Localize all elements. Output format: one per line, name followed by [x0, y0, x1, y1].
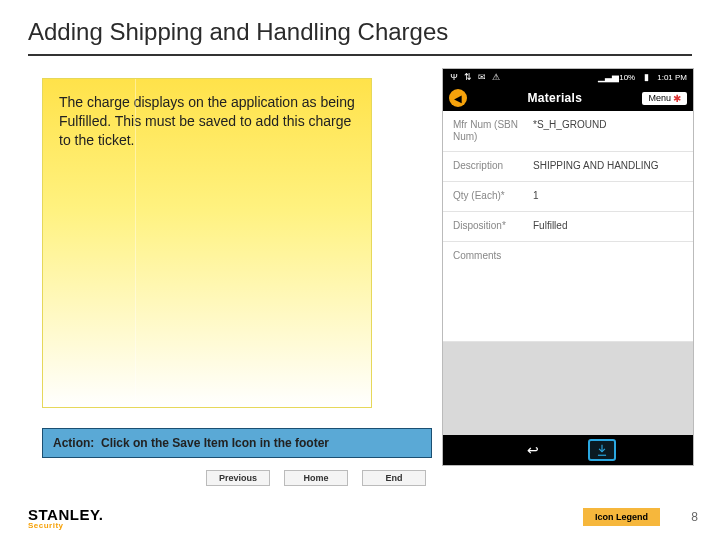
row-value: SHIPPING AND HANDLING: [533, 160, 683, 171]
arrows-icon: ⇅: [463, 72, 473, 82]
row-label: Mfr Num (SBN Num): [453, 119, 525, 143]
previous-button[interactable]: Previous: [206, 470, 270, 486]
row-value: Fulfilled: [533, 220, 683, 231]
menu-label: Menu: [648, 93, 671, 103]
title-rule: [28, 54, 692, 56]
gear-icon: ✱: [673, 93, 681, 104]
menu-button[interactable]: Menu ✱: [642, 92, 687, 105]
save-item-icon[interactable]: [588, 439, 616, 461]
note-divider: [135, 79, 136, 407]
phone-footer: ↩: [443, 435, 693, 465]
row-label: Description: [453, 160, 525, 172]
back-icon[interactable]: ◀: [449, 89, 467, 107]
battery-text: 10%: [619, 73, 635, 82]
action-box: Action: Click on the Save Item Icon in t…: [42, 428, 432, 458]
row-value: *S_H_GROUND: [533, 119, 683, 130]
warning-icon: ⚠: [491, 72, 501, 82]
page-number: 8: [691, 510, 698, 524]
note-text: The charge displays on the application a…: [59, 94, 355, 148]
phone-mock: Ψ ⇅ ✉ ⚠ ▁▃▅ 10% ▮ 1:01 PM ◀ Materials Me…: [442, 68, 694, 466]
icon-legend-button[interactable]: Icon Legend: [583, 508, 660, 526]
row-qty[interactable]: Qty (Each)* 1: [443, 182, 693, 212]
row-disposition[interactable]: Disposition* Fulfilled: [443, 212, 693, 242]
row-value: 1: [533, 190, 683, 201]
action-label: Action:: [53, 436, 94, 450]
nav-buttons: Previous Home End: [206, 470, 426, 486]
phone-statusbar: Ψ ⇅ ✉ ⚠ ▁▃▅ 10% ▮ 1:01 PM: [443, 69, 693, 85]
note-box: The charge displays on the application a…: [42, 78, 372, 408]
phone-appbar: ◀ Materials Menu ✱: [443, 85, 693, 111]
appbar-title: Materials: [527, 91, 582, 105]
action-text: Click on the Save Item Icon in the foote…: [101, 436, 329, 450]
row-description[interactable]: Description SHIPPING AND HANDLING: [443, 152, 693, 182]
brand-logo: STANLEY. Security: [28, 506, 103, 530]
battery-icon: ▮: [641, 72, 651, 82]
psi-icon: Ψ: [449, 72, 459, 82]
signal-icon: ▁▃▅: [603, 72, 613, 82]
end-button[interactable]: End: [362, 470, 426, 486]
row-mfr[interactable]: Mfr Num (SBN Num) *S_H_GROUND: [443, 111, 693, 152]
mail-icon: ✉: [477, 72, 487, 82]
row-label: Disposition*: [453, 220, 525, 232]
phone-form: Mfr Num (SBN Num) *S_H_GROUND Descriptio…: [443, 111, 693, 435]
row-label: Comments: [453, 250, 525, 262]
content-area: The charge displays on the application a…: [28, 68, 692, 468]
home-button[interactable]: Home: [284, 470, 348, 486]
row-label: Qty (Each)*: [453, 190, 525, 202]
page-title: Adding Shipping and Handling Charges: [28, 18, 692, 46]
row-comments[interactable]: Comments: [443, 242, 693, 342]
footer-back-icon[interactable]: ↩: [520, 440, 546, 460]
time-text: 1:01 PM: [657, 73, 687, 82]
